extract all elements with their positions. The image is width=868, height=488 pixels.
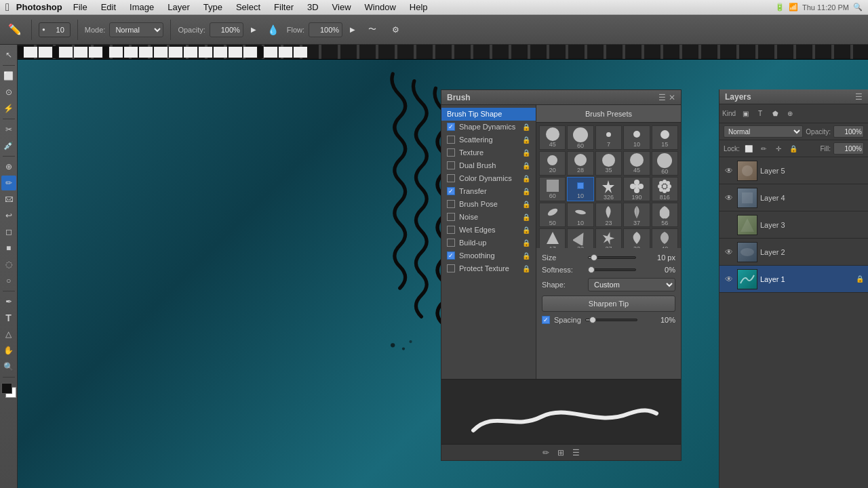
spacing-checkbox[interactable]: ✓ — [542, 316, 550, 324]
sharpen-tip-button[interactable]: Sharpen Tip — [542, 296, 675, 312]
menu-select[interactable]: Select — [231, 1, 266, 14]
brush-option-texture[interactable]: Texture 🔒 — [441, 146, 536, 159]
menu-image[interactable]: Image — [124, 1, 159, 14]
scattering-check[interactable] — [447, 136, 455, 144]
brush-preset-35[interactable]: 35 — [595, 151, 622, 176]
shape-select[interactable]: Custom Round Flat Fan Angle — [588, 278, 675, 291]
mode-select[interactable]: Normal — [109, 22, 163, 37]
build-up-check[interactable] — [447, 239, 455, 247]
brush-option-noise[interactable]: Noise 🔒 — [441, 211, 536, 224]
move-tool[interactable]: ↖ — [1, 47, 16, 62]
kind-smart-btn[interactable]: ⊕ — [783, 107, 797, 121]
smoothing-btn[interactable]: 〜 — [363, 20, 382, 39]
brush-option-dual-brush[interactable]: Dual Brush 🔒 — [441, 159, 536, 172]
search-icon[interactable]: 🔍 — [853, 3, 863, 12]
transfer-check[interactable]: ✓ — [447, 187, 455, 195]
brush-pose-check[interactable] — [447, 200, 455, 208]
lock-all-btn[interactable]: 🔒 — [787, 142, 800, 155]
layer-fill-input[interactable] — [833, 142, 864, 155]
brush-preset-28[interactable]: 28 — [567, 151, 593, 176]
clone-tool[interactable]: 🖂 — [1, 192, 16, 207]
brush-preset-23[interactable]: 23 — [595, 203, 622, 227]
brush-panel-menu[interactable]: ☰ — [658, 93, 666, 102]
smoothing-check[interactable]: ✓ — [447, 251, 455, 260]
layer1-eye[interactable]: 👁 — [724, 274, 734, 285]
kind-pixel-btn[interactable]: ▣ — [738, 107, 752, 121]
layer-item-layer5[interactable]: 👁 Layer 5 — [719, 157, 868, 184]
brush-preset-45b[interactable]: 45 — [623, 151, 650, 176]
brush-preset-32b[interactable]: 32 — [623, 228, 650, 248]
brush-preset-40[interactable]: 40 — [652, 228, 678, 248]
brush-preset-10-selected[interactable]: 10 — [567, 177, 593, 201]
spacing-slider[interactable] — [585, 316, 637, 324]
brush-presets-button[interactable]: Brush Presets — [536, 105, 681, 123]
crop-tool[interactable]: ✂ — [1, 122, 16, 137]
menu-layer[interactable]: Layer — [162, 1, 195, 14]
opacity-btn[interactable]: ▶ — [248, 20, 260, 39]
preview-list-btn[interactable]: ☰ — [572, 448, 580, 458]
menu-view[interactable]: View — [327, 1, 357, 14]
dodge-tool[interactable]: ○ — [1, 273, 16, 288]
texture-check[interactable] — [447, 148, 455, 157]
lock-transparent-btn[interactable]: ⬜ — [743, 142, 755, 155]
brush-preset-56[interactable]: 56 — [652, 203, 678, 227]
brush-preset-10b[interactable]: 10 — [567, 203, 593, 227]
pen-tool[interactable]: ✒ — [1, 294, 16, 309]
menu-type[interactable]: Type — [198, 1, 228, 14]
history-brush[interactable]: ↩ — [1, 208, 16, 223]
brush-preset-37[interactable]: 37 — [623, 203, 650, 227]
brush-tool-btn[interactable]: ✏️ — [5, 20, 24, 39]
layers-panel-menu[interactable]: ☰ — [855, 92, 863, 102]
menu-edit[interactable]: Edit — [96, 1, 121, 14]
brush-preset-50[interactable]: 50 — [539, 203, 566, 227]
brush-option-brush-tip-shape[interactable]: Brush Tip Shape — [441, 108, 536, 121]
layer5-eye[interactable]: 👁 — [724, 165, 734, 176]
dual-brush-check[interactable] — [447, 161, 455, 169]
brush-preset-816[interactable]: 816 — [652, 177, 678, 201]
shape-tool[interactable]: △ — [1, 327, 16, 342]
menu-file[interactable]: File — [68, 1, 93, 14]
brush-preset-27[interactable]: 27 — [595, 228, 622, 248]
brush-size-input[interactable] — [47, 22, 67, 37]
brush-preset-15[interactable]: 15 — [652, 125, 678, 150]
menu-window[interactable]: Window — [359, 1, 401, 14]
airbrush-btn[interactable]: 💧 — [264, 20, 283, 39]
brush-option-shape-dynamics[interactable]: ✓ Shape Dynamics 🔒 — [441, 121, 536, 134]
brush-option-wet-edges[interactable]: Wet Edges 🔒 — [441, 224, 536, 237]
menu-3d[interactable]: 3D — [302, 1, 324, 14]
noise-check[interactable] — [447, 213, 455, 221]
brush-preset-190[interactable]: 190 — [623, 177, 650, 201]
brush-tool[interactable]: ✏ — [1, 176, 16, 190]
heal-tool[interactable]: ⊕ — [1, 159, 16, 174]
brush-option-color-dynamics[interactable]: Color Dynamics 🔒 — [441, 172, 536, 185]
shape-dynamics-check[interactable]: ✓ — [447, 123, 455, 131]
color-dynamics-check[interactable] — [447, 174, 455, 182]
flow-btn[interactable]: ▶ — [347, 20, 359, 39]
layer3-eye[interactable]: 👁 — [724, 220, 734, 230]
brush-option-protect-texture[interactable]: Protect Texture 🔒 — [441, 262, 536, 275]
size-slider[interactable] — [588, 253, 636, 262]
protect-texture-check[interactable] — [447, 264, 455, 272]
layer2-eye[interactable]: 👁 — [724, 247, 734, 258]
opacity-input[interactable] — [210, 22, 243, 37]
lock-position-btn[interactable]: ✛ — [772, 142, 785, 155]
brush-panel-close[interactable]: ✕ — [669, 93, 675, 102]
eraser-tool[interactable]: ◻ — [1, 224, 16, 239]
layer-opacity-input[interactable] — [833, 125, 864, 138]
layer-item-layer3[interactable]: 👁 Layer 3 — [719, 211, 868, 239]
brush-preset-60c[interactable]: 60 — [539, 177, 566, 201]
magic-wand-tool[interactable]: ⚡ — [1, 101, 16, 116]
brush-option-brush-pose[interactable]: Brush Pose 🔒 — [441, 198, 536, 211]
brush-option-scattering[interactable]: Scattering 🔒 — [441, 134, 536, 146]
brush-preset-10[interactable]: 10 — [623, 125, 650, 150]
layer-blend-mode-select[interactable]: Normal Dissolve Multiply — [724, 125, 803, 138]
wet-edges-check[interactable] — [447, 226, 455, 234]
menu-filter[interactable]: Filter — [269, 1, 299, 14]
lock-pixels-btn[interactable]: ✏ — [757, 142, 770, 155]
brush-preset-7[interactable]: 7 — [595, 125, 622, 150]
brush-preset-45[interactable]: 45 — [539, 125, 566, 150]
eyedropper-tool[interactable]: 💉 — [1, 138, 16, 153]
layer-item-layer2[interactable]: 👁 Layer 2 — [719, 239, 868, 266]
preview-grid-btn[interactable]: ⊞ — [557, 448, 564, 458]
blur-tool[interactable]: ◌ — [1, 257, 16, 272]
